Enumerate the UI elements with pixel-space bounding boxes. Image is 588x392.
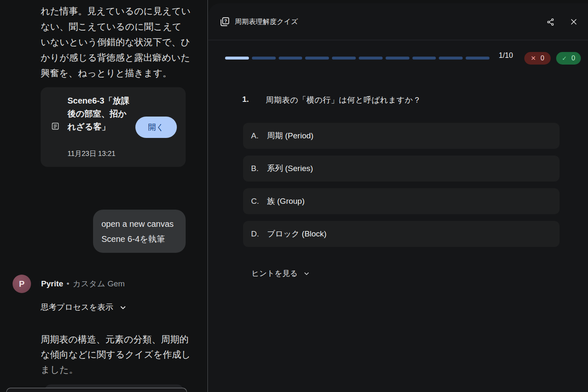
x-mark-icon: ✕: [531, 55, 536, 62]
scene-artifact-card[interactable]: Scene6-3「放課後の部室、招かれざる客」 11月23日 13:21 開く: [41, 87, 186, 167]
close-button[interactable]: [565, 13, 582, 30]
option-letter: A.: [251, 131, 267, 140]
options-list: A. 周期 (Period) B. 系列 (Series) C. 族 (Grou…: [243, 123, 560, 247]
partial-card-cutoff: [6, 388, 187, 392]
progress-segment: [332, 57, 356, 60]
progress-track: [225, 57, 490, 60]
show-hint-toggle[interactable]: ヒントを見る: [251, 268, 310, 278]
progress-segment: [386, 57, 409, 60]
option-text: 周期 (Period): [267, 130, 313, 141]
scene-card-title: Scene6-3「放課後の部室、招かれざる客」: [67, 94, 134, 133]
progress-segment: [279, 57, 303, 60]
wrong-count-badge: ✕ 0: [524, 52, 551, 65]
question-number: 1.: [242, 95, 266, 106]
svg-text:?: ?: [224, 18, 227, 23]
progress-segment: [305, 57, 329, 60]
progress-segment: [439, 57, 463, 60]
option-b[interactable]: B. 系列 (Series): [243, 156, 560, 182]
question-row: 1. 周期表の「横の行」は何と呼ばれますか？: [242, 95, 421, 106]
user-message-line1: open a new canvas: [101, 216, 186, 231]
wrong-count: 0: [541, 55, 544, 62]
bot-name: Pyrite: [41, 279, 63, 288]
correct-count-badge: ✓ 0: [556, 52, 581, 65]
option-text: ブロック (Block): [267, 228, 326, 239]
option-a[interactable]: A. 周期 (Period): [243, 123, 560, 149]
quiz-panel: ? 周期表理解度クイズ: [208, 3, 588, 392]
chevron-down-icon: [303, 270, 310, 277]
progress-segment: [412, 57, 436, 60]
user-message-line2: Scene 6-4を執筆: [101, 231, 186, 247]
quiz-title: 周期表理解度クイズ: [235, 17, 298, 26]
progress-row: 1/10 ✕ 0 ✓ 0: [208, 49, 588, 67]
show-hint-label: ヒントを見る: [251, 268, 298, 278]
document-icon: [51, 122, 60, 131]
progress-segment: [252, 57, 276, 60]
scene-card-timestamp: 11月23日 13:21: [67, 149, 115, 158]
show-thoughts-label: 思考プロセスを表示: [41, 302, 113, 313]
option-letter: B.: [251, 164, 267, 173]
share-button[interactable]: [542, 13, 559, 30]
bot-name-separator: •: [67, 279, 70, 288]
option-text: 族 (Group): [267, 196, 305, 207]
bot-subtitle: カスタム Gem: [73, 278, 124, 289]
progress-segment: [466, 57, 490, 60]
paragraph-bottom-main: 周期表の構造、元素の分類、周期的な傾向などに関するクイズを作成し: [41, 334, 191, 360]
chat-pane: れた情事。見えているのに見えていない、聞こえているのに聞こえていないという倒錯的…: [0, 0, 207, 392]
check-mark-icon: ✓: [562, 55, 567, 62]
quiz-icon: ?: [219, 16, 230, 27]
option-letter: C.: [251, 197, 267, 206]
pane-resize-divider[interactable]: [207, 0, 208, 392]
option-c[interactable]: C. 族 (Group): [243, 188, 560, 214]
close-icon: [569, 17, 578, 26]
share-icon: [546, 18, 555, 26]
question-text: 周期表の「横の行」は何と呼ばれますか？: [266, 95, 421, 106]
avatar: P: [13, 275, 31, 293]
option-letter: D.: [251, 229, 267, 239]
show-thoughts-toggle[interactable]: 思考プロセスを表示: [41, 302, 127, 313]
option-d[interactable]: D. ブロック (Block): [243, 221, 560, 247]
chevron-down-icon: [119, 304, 127, 312]
quiz-header: ? 周期表理解度クイズ: [208, 3, 588, 40]
progress-count: 1/10: [492, 51, 519, 60]
correct-count: 0: [571, 55, 575, 62]
progress-segment: [225, 57, 249, 60]
option-text: 系列 (Series): [267, 163, 313, 174]
progress-segment: [359, 57, 383, 60]
assistant-paragraph-top: れた情事。見えているのに見えていない、聞こえているのに聞こえていないという倒錯的…: [41, 3, 191, 81]
user-message-bubble: open a new canvas Scene 6-4を執筆: [93, 210, 186, 253]
bot-identity-row: P Pyrite • カスタム Gem: [13, 275, 125, 293]
paragraph-bottom-tail: ました。: [41, 364, 78, 375]
open-button[interactable]: 開く: [135, 117, 177, 138]
assistant-paragraph-bottom: 周期表の構造、元素の分類、周期的な傾向などに関するクイズを作成しました。: [41, 332, 191, 377]
